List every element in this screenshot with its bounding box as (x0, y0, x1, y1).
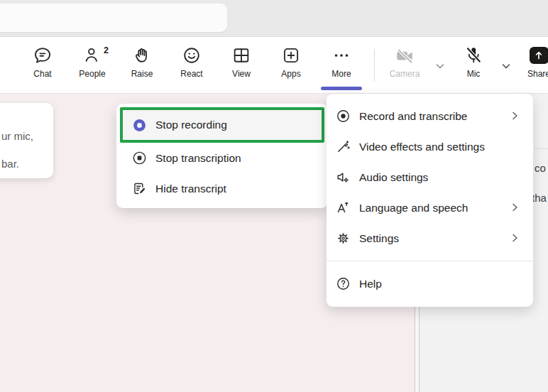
camera-off-icon (395, 45, 415, 65)
mic-options-chevron[interactable] (500, 60, 513, 72)
camera-options-chevron[interactable] (434, 60, 446, 72)
submenu-chevron-icon (509, 110, 520, 121)
side-panel-text-fragment: tha (532, 192, 547, 204)
speaker-gear-icon (336, 170, 351, 185)
people-icon: 2 (82, 45, 102, 65)
side-panel-text-fragment: co (535, 162, 546, 174)
view-label: View (232, 69, 251, 79)
react-button[interactable]: React (171, 45, 212, 79)
camera-label: Camera (390, 69, 420, 79)
camera-button[interactable]: Camera (384, 45, 425, 79)
menu-item-hide-transcript[interactable]: Hide transcript (116, 173, 328, 204)
people-button[interactable]: 2 People (72, 45, 113, 79)
recording-controls-menu: Stop recording Stop transcription Hide t… (116, 104, 328, 208)
submenu-chevron-icon (509, 202, 520, 213)
menu-item-label: Hide transcript (155, 183, 226, 195)
chat-icon (33, 45, 53, 65)
teams-meeting-window: Chat 2 People Raise React View (0, 0, 548, 392)
more-dots-icon (331, 45, 351, 65)
raise-hand-button[interactable]: Raise (121, 45, 163, 79)
hide-transcript-icon (132, 181, 147, 196)
submenu-chevron-icon (509, 232, 520, 244)
menu-divider (327, 261, 533, 261)
menu-item-language-and-speech[interactable]: Language and speech (327, 192, 533, 223)
apps-button[interactable]: Apps (270, 45, 312, 79)
menu-item-video-effects[interactable]: Video effects and settings (327, 131, 533, 162)
view-grid-icon (231, 45, 251, 65)
menu-item-label: Language and speech (359, 202, 468, 214)
mic-label: Mic (467, 69, 481, 79)
more-label: More (331, 69, 351, 79)
people-label: People (79, 69, 105, 79)
gear-icon (336, 231, 351, 246)
react-label: React (180, 69, 202, 79)
share-label: Share (527, 69, 548, 79)
magic-wand-icon (336, 139, 351, 154)
menu-item-label: Record and transcribe (359, 110, 468, 123)
mic-muted-icon (464, 45, 483, 65)
tooltip-line: bar. (1, 158, 19, 170)
menu-item-label: Settings (359, 232, 399, 245)
apps-plus-icon (281, 45, 301, 65)
stop-transcription-icon (132, 151, 147, 165)
menu-item-stop-recording[interactable]: Stop recording (120, 107, 324, 143)
menu-item-label: Audio settings (359, 171, 428, 184)
tooltip-line: ur mic, (1, 130, 33, 142)
search-box[interactable] (0, 4, 227, 32)
menu-item-stop-transcription[interactable]: Stop transcription (116, 143, 328, 173)
more-options-menu: Record and transcribe Video effects and … (327, 94, 533, 307)
menu-item-label: Help (359, 278, 382, 290)
mic-tooltip: ur mic, bar. (0, 103, 53, 178)
help-icon (336, 276, 351, 291)
menu-item-audio-settings[interactable]: Audio settings (327, 162, 533, 192)
meeting-toolbar: Chat 2 People Raise React View (0, 37, 548, 94)
menu-item-label: Video effects and settings (359, 141, 485, 153)
mic-button[interactable]: Mic (453, 45, 494, 79)
menu-item-label: Stop transcription (155, 152, 241, 165)
view-button[interactable]: View (221, 45, 262, 79)
toolbar-separator (374, 49, 375, 82)
language-icon (336, 200, 351, 215)
stop-recording-icon (132, 118, 147, 133)
menu-item-help[interactable]: Help (327, 268, 533, 299)
record-icon (336, 109, 351, 124)
raise-hand-icon (132, 45, 152, 65)
apps-label: Apps (281, 69, 300, 79)
share-arrow-icon (529, 45, 548, 65)
share-button[interactable]: Share (518, 45, 548, 79)
side-panel-divider (534, 148, 548, 149)
more-button[interactable]: More (321, 45, 362, 79)
react-smiley-icon (182, 45, 202, 65)
menu-item-record-and-transcribe[interactable]: Record and transcribe (327, 101, 533, 131)
raise-label: Raise (131, 69, 153, 79)
menu-item-label: Stop recording (155, 119, 227, 131)
more-active-indicator (321, 87, 362, 90)
chat-button[interactable]: Chat (22, 45, 63, 79)
title-bar (0, 0, 548, 37)
menu-item-settings[interactable]: Settings (327, 223, 533, 254)
chat-label: Chat (33, 69, 51, 79)
people-count-badge: 2 (104, 45, 109, 55)
